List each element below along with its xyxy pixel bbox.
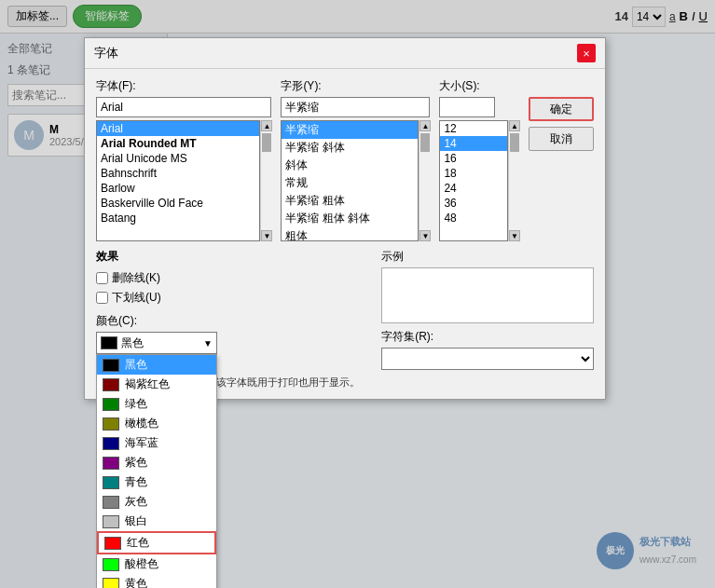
style-item-half-narrow-bold-italic[interactable]: 半紧缩 粗体 斜体 xyxy=(282,210,418,227)
preview-charset-column: 示例 字符集(R): xyxy=(381,249,594,370)
color-item-black[interactable]: 黑色 xyxy=(97,355,216,375)
size-scrollbar-track xyxy=(509,131,519,230)
color-item-silver[interactable]: 银白 xyxy=(97,512,216,531)
dialog-title: 字体 xyxy=(94,45,118,62)
color-swatch-gray xyxy=(103,496,119,509)
color-selected-swatch xyxy=(101,336,117,349)
color-swatch-green xyxy=(103,398,119,411)
style-listbox-scrollbar[interactable]: ▲ ▼ xyxy=(419,120,430,241)
preview-section: 示例 xyxy=(381,249,594,323)
style-item-bold[interactable]: 粗体 xyxy=(282,227,418,241)
font-item-bahnschrift[interactable]: Bahnschrift xyxy=(97,166,259,181)
underline-checkbox[interactable] xyxy=(96,292,108,304)
style-item-half-narrow[interactable]: 半紧缩 xyxy=(282,121,418,139)
font-name-label: 字体(F): xyxy=(96,78,271,94)
strikethrough-checkbox[interactable] xyxy=(96,272,108,284)
style-item-italic[interactable]: 斜体 xyxy=(282,157,418,174)
color-select-display[interactable]: 黑色 ▼ xyxy=(96,332,217,354)
color-item-yellow[interactable]: 黄色 xyxy=(97,574,216,588)
color-label: 颜色(C): xyxy=(96,313,372,329)
cancel-button[interactable]: 取消 xyxy=(529,127,594,151)
color-item-navy[interactable]: 海军蓝 xyxy=(97,433,216,453)
color-item-lime[interactable]: 酸橙色 xyxy=(97,554,216,574)
font-size-group: 大小(S): 12 14 16 18 24 36 48 ▲ xyxy=(439,78,519,241)
color-item-olive[interactable]: 橄榄色 xyxy=(97,414,216,433)
size-listbox-scrollbar[interactable]: ▲ ▼ xyxy=(508,120,519,241)
color-swatch-teal xyxy=(103,476,119,489)
color-item-red[interactable]: 红色 xyxy=(97,531,216,554)
font-style-listbox[interactable]: 半紧缩 半紧缩 斜体 斜体 常规 半紧缩 粗体 半紧缩 粗体 斜体 粗体 xyxy=(281,120,419,241)
font-item-arial-rounded[interactable]: Arial Rounded MT xyxy=(97,136,259,151)
color-name-red: 红色 xyxy=(127,535,149,551)
style-scrollbar-down[interactable]: ▼ xyxy=(419,230,431,241)
font-name-input[interactable] xyxy=(96,97,271,117)
size-36[interactable]: 36 xyxy=(440,196,507,211)
font-item-barlow[interactable]: Barlow xyxy=(97,181,259,196)
style-scrollbar-up[interactable]: ▲ xyxy=(419,120,431,131)
color-item-gray[interactable]: 灰色 xyxy=(97,492,216,512)
font-item-arial-unicode[interactable]: Arial Unicode MS xyxy=(97,151,259,166)
charset-select[interactable] xyxy=(381,348,594,370)
color-name-gray: 灰色 xyxy=(125,494,147,510)
strikethrough-label: 删除线(K) xyxy=(112,270,160,286)
color-item-green[interactable]: 绿色 xyxy=(97,394,216,414)
font-item-batang[interactable]: Batang xyxy=(97,211,259,226)
color-dropdown-arrow: ▼ xyxy=(203,338,213,349)
color-swatch-maroon xyxy=(103,378,119,391)
color-swatch-red xyxy=(104,537,121,550)
scrollbar-up-arrow[interactable]: ▲ xyxy=(261,120,272,131)
style-item-regular[interactable]: 常规 xyxy=(282,174,418,192)
color-swatch-yellow xyxy=(103,578,119,589)
color-name-navy: 海军蓝 xyxy=(125,435,158,451)
ok-button[interactable]: 确定 xyxy=(529,97,594,121)
color-name-black: 黑色 xyxy=(125,357,147,373)
strikethrough-row: 删除线(K) xyxy=(96,270,372,286)
size-18[interactable]: 18 xyxy=(440,166,507,181)
dialog-top-row: 字体(F): Arial Arial Rounded MT Arial Unic… xyxy=(96,78,594,241)
font-name-group: 字体(F): Arial Arial Rounded MT Arial Unic… xyxy=(96,78,271,241)
size-scrollbar-thumb xyxy=(510,133,519,152)
font-style-group: 字形(Y): 半紧缩 半紧缩 斜体 斜体 常规 半紧缩 粗体 半紧缩 粗体 斜体… xyxy=(281,78,430,241)
underline-label: 下划线(U) xyxy=(112,290,161,306)
color-dropdown: 黑色 褐紫红色 绿色 xyxy=(96,354,217,588)
dialog-close-button[interactable]: × xyxy=(577,44,596,62)
size-14[interactable]: 14 xyxy=(440,136,507,151)
font-name-listbox[interactable]: Arial Arial Rounded MT Arial Unicode MS … xyxy=(96,120,260,241)
size-24[interactable]: 24 xyxy=(440,181,507,196)
preview-label: 示例 xyxy=(381,249,594,265)
effects-charset-row: 效果 删除线(K) 下划线(U) 颜色(C): 黑色 ▼ xyxy=(96,249,594,370)
size-16[interactable]: 16 xyxy=(440,151,507,166)
font-style-input[interactable] xyxy=(281,97,430,117)
color-name-silver: 银白 xyxy=(125,513,147,529)
font-dialog: 字体 × 字体(F): Arial Arial Rounded MT Arial… xyxy=(84,37,606,400)
color-swatch-navy xyxy=(103,437,119,450)
dialog-titlebar: 字体 × xyxy=(85,38,605,69)
style-item-half-narrow-italic[interactable]: 半紧缩 斜体 xyxy=(282,139,418,157)
color-item-teal[interactable]: 青色 xyxy=(97,472,216,492)
font-name-listbox-container: Arial Arial Rounded MT Arial Unicode MS … xyxy=(96,120,271,241)
effects-label: 效果 xyxy=(96,249,372,265)
font-style-listbox-container: 半紧缩 半紧缩 斜体 斜体 常规 半紧缩 粗体 半紧缩 粗体 斜体 粗体 ▲ ▼ xyxy=(281,120,430,241)
size-12[interactable]: 12 xyxy=(440,121,507,136)
scrollbar-down-arrow[interactable]: ▼ xyxy=(261,230,272,241)
charset-label: 字符集(R): xyxy=(381,329,594,345)
size-scrollbar-up[interactable]: ▲ xyxy=(509,120,520,131)
font-size-label: 大小(S): xyxy=(439,78,519,94)
font-size-listbox[interactable]: 12 14 16 18 24 36 48 xyxy=(439,120,508,241)
font-listbox-scrollbar[interactable]: ▲ ▼ xyxy=(260,120,271,241)
font-item-arial[interactable]: Arial xyxy=(97,121,259,136)
style-item-half-narrow-bold[interactable]: 半紧缩 粗体 xyxy=(282,192,418,210)
font-item-baskerville[interactable]: Baskerville Old Face xyxy=(97,196,259,211)
button-area: 确定 取消 xyxy=(529,78,594,241)
color-name-purple: 紫色 xyxy=(125,455,147,471)
color-selected-name: 黑色 xyxy=(121,335,144,351)
color-item-maroon[interactable]: 褐紫红色 xyxy=(97,375,216,394)
size-48[interactable]: 48 xyxy=(440,211,507,226)
color-item-purple[interactable]: 紫色 xyxy=(97,453,216,472)
effects-section: 效果 删除线(K) 下划线(U) 颜色(C): 黑色 ▼ xyxy=(96,249,372,370)
font-size-input[interactable] xyxy=(439,97,495,117)
color-name-green: 绿色 xyxy=(125,396,147,412)
font-size-listbox-container: 12 14 16 18 24 36 48 ▲ ▼ xyxy=(439,120,519,241)
size-scrollbar-down[interactable]: ▼ xyxy=(509,230,520,241)
style-scrollbar-track xyxy=(419,131,430,230)
